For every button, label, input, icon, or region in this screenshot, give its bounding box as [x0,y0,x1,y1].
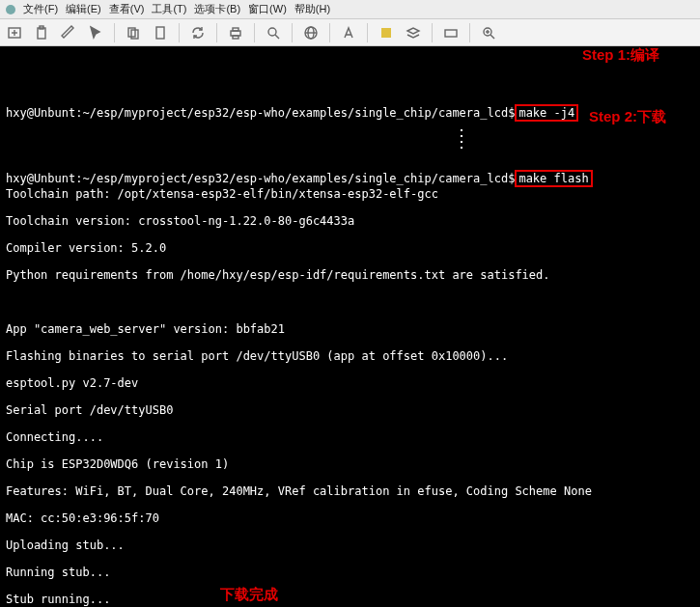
svg-line-24 [490,35,494,39]
svg-rect-10 [233,36,238,39]
keyboard-icon[interactable] [440,22,462,43]
toolbar [0,19,700,46]
terminal-line: Stub running... [6,593,694,606]
separator [216,23,217,42]
terminal-line: Uploading stub... [6,538,694,552]
ellipsis-icon [228,129,694,149]
menu-view[interactable]: 查看(V) [109,2,145,16]
globe-icon[interactable] [300,22,322,43]
terminal-line: Serial port /dev/ttyUSB0 [6,403,694,417]
menu-edit[interactable]: 编辑(E) [66,2,101,16]
terminal-prompt: hxy@Unbunt:~/esp/myproject/esp32/esp-who… [6,106,515,120]
paste2-icon[interactable] [150,22,171,43]
separator [254,23,255,42]
terminal-line: Flashing binaries to serial port /dev/tt… [6,349,694,363]
menu-window[interactable]: 窗口(W) [248,2,287,16]
font-icon[interactable] [338,22,359,43]
app-dot-icon [6,5,15,14]
terminal[interactable]: Step 1:编译 Step 2:下载 下载完成 hxy@Unbunt:~/es… [0,46,700,607]
terminal-line: Compiler version: 5.2.0 [6,241,694,255]
print-icon[interactable] [225,22,246,43]
svg-rect-17 [445,30,457,37]
terminal-prompt: hxy@Unbunt:~/esp/myproject/esp32/esp-who… [6,172,515,185]
terminal-line: Features: WiFi, BT, Dual Core, 240MHz, V… [6,484,694,498]
color-icon[interactable] [376,22,397,43]
separator [432,23,433,42]
annotation-step1: Step 1:编译 [582,48,659,62]
annotation-done: 下载完成 [220,588,278,601]
separator [469,23,470,42]
separator [329,23,330,42]
brush-icon[interactable] [58,22,79,43]
terminal-line: Python requirements from /home/hxy/esp/e… [6,268,694,282]
svg-point-11 [268,28,276,36]
cursor-icon[interactable] [85,22,106,43]
new-tab-icon[interactable] [4,22,25,43]
terminal-line: Toolchain path: /opt/xtensa-esp32-elf/bi… [6,187,694,201]
separator [367,23,368,42]
terminal-line: Chip is ESP32D0WDQ6 (revision 1) [6,457,694,471]
terminal-line: Running stub... [6,566,694,579]
annotation-step2: Step 2:下载 [589,110,666,124]
svg-rect-7 [156,27,164,39]
menu-tabs[interactable]: 选项卡(B) [194,2,240,16]
cmd-make-j4: make -j4 [515,104,578,122]
terminal-line [6,295,694,309]
svg-rect-9 [233,28,238,31]
separator [179,23,180,42]
cmd-make-flash: make flash [515,170,592,187]
terminal-line: Connecting.... [6,430,694,444]
paste-icon[interactable] [31,22,52,43]
separator [292,23,293,42]
zoom-icon[interactable] [478,22,499,43]
svg-rect-8 [231,31,240,36]
copy-icon[interactable] [123,22,144,43]
layers-icon[interactable] [403,22,424,43]
sync-icon[interactable] [187,22,209,43]
search-icon[interactable] [263,22,284,43]
terminal-line: MAC: cc:50:e3:96:5f:70 [6,511,694,525]
menu-help[interactable]: 帮助(H) [294,2,330,16]
separator [114,23,115,42]
menu-tools[interactable]: 工具(T) [152,2,186,16]
terminal-line: Toolchain version: crosstool-ng-1.22.0-8… [6,214,694,228]
svg-rect-16 [381,28,391,38]
terminal-line: App "camera_web_server" version: bbfab21 [6,322,694,336]
menu-file[interactable]: 文件(F) [23,2,58,16]
terminal-line: esptool.py v2.7-dev [6,376,694,390]
menu-bar: 文件(F) 编辑(E) 查看(V) 工具(T) 选项卡(B) 窗口(W) 帮助(… [0,0,700,19]
svg-line-12 [275,35,279,39]
